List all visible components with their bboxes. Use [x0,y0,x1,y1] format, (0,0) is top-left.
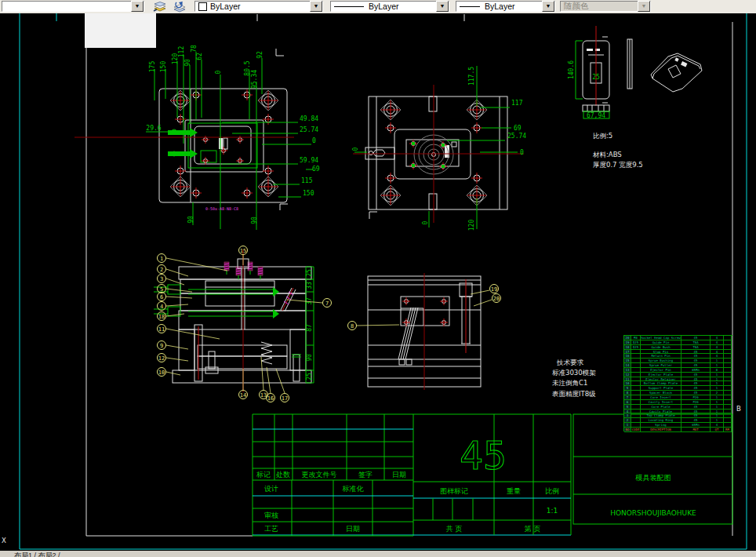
lineweight-dropdown[interactable]: ByLayer ▼ [456,1,555,12]
svg-text:技术要求: 技术要求 [556,359,584,366]
bom-table: 20M8Socket Head Cap Screw45419D25Guide P… [623,335,732,431]
stamp-header: 图样标记 [440,487,468,495]
material-mark: 45 [460,433,507,479]
balloon-15: 15 [239,246,248,255]
magenta-note: 0-50x-A8-N8-C8 [205,206,238,211]
chevron-down-icon[interactable]: ▼ [310,1,322,12]
section-view-a: 25 33 37 87 90 25 [154,249,322,393]
svg-text:1: 1 [160,256,163,262]
svg-text:18: 18 [158,314,165,320]
svg-text:表面精度IT8级: 表面精度IT8级 [552,390,596,398]
svg-text:9: 9 [160,343,163,349]
role-label: 设计 [264,485,278,493]
dim-label: 150 [160,61,167,73]
svg-text:6: 6 [160,294,163,300]
svg-text:19: 19 [491,286,497,293]
dim-label: 59.94 [300,157,318,164]
technical-notes: 技术要求 标准3030模架 未注倒角C1 表面精度IT8级 [552,359,596,398]
svg-text:15: 15 [240,248,246,254]
layer-states-button[interactable] [166,0,184,13]
dim-label: 67,94 [587,112,605,119]
rev-header: 日期 [392,471,406,479]
linetype-dropdown[interactable]: ByLayer ▼ [330,1,449,12]
svg-text:7: 7 [325,300,329,307]
balloon-10: 10 [158,368,166,377]
section-view-b [357,273,492,390]
drawing-title: 模具装配图 [635,474,671,482]
dim-label: 0 [352,147,359,151]
lineweight-value: ByLayer [485,2,515,11]
rev-header: 标记 [256,471,271,479]
layer-dropdown[interactable]: ▼ [2,1,144,12]
role-label: 标准化 [342,485,365,493]
dim-label: 25.74 [300,126,318,133]
dim-label: 92 [256,51,264,59]
dim-label: 49.84 [300,115,318,122]
dim-label: 95.34 [251,70,258,89]
role-label: 工艺 [264,525,278,533]
svg-text:5: 5 [160,286,163,293]
bom-cell: NO [624,428,631,432]
color-value: ByLayer [210,2,241,11]
svg-text:10: 10 [158,370,165,376]
balloon-5: 5 [158,285,166,293]
dim-label: 117 [511,100,523,107]
role-label: 审核 [264,511,278,519]
dim-label: 115 [301,177,313,184]
layer-properties-button[interactable] [147,0,165,13]
layout-tabs[interactable]: 布局1 / 布局2 / [14,551,60,557]
svg-text:8: 8 [351,323,354,329]
layers-arrow-icon [172,2,187,13]
bom-header-row: NOCODEDESCRIPTIONMATQTRM [624,428,732,432]
bom-cell: QT [711,428,724,432]
svg-text:4: 4 [160,304,163,310]
balloon-3: 3 [158,275,166,283]
svg-text:12: 12 [158,355,165,362]
dim-label: 0 [422,220,429,224]
balloon-9: 9 [158,341,166,350]
scale-value: 1:1 [547,507,558,515]
dim-label: 90 [187,216,194,224]
bom-cell: MAT [681,428,711,432]
ucs-x-label: X [2,537,6,544]
dim-label: 0 [520,149,524,156]
drawing-canvas[interactable]: 175 150 120 112 90 78 62 0 92 80.5 95.34… [0,13,756,551]
dim-label: 90 [251,217,258,224]
dim-label: 29.6 [146,125,161,132]
svg-text:2: 2 [160,267,163,273]
chevron-down-icon[interactable]: ▼ [131,1,144,12]
material-note: 材料:ABS [592,151,622,158]
rev-header: 签字 [358,471,373,479]
balloon-1: 1 [158,254,166,263]
chevron-down-icon[interactable]: ▼ [436,1,449,12]
lineweight-sample [460,6,480,7]
dim-label: 69 [514,125,522,132]
balloon-16: 16 [267,394,275,402]
part-views: 140.6 67,94 25 比例:5 材料:ABS 厚度0.7 宽度9.5 [568,26,702,169]
title-block: 标记 处数 更改文件号 签字 日期 设计 标准化 审核 工艺 日期 45 图样标… [253,414,732,536]
svg-text:标准3030模架: 标准3030模架 [552,369,596,377]
color-swatch [198,2,207,11]
bom-cell: CODE [631,428,641,432]
plotstyle-value: 随颜色 [564,1,589,12]
linetype-sample [334,6,364,7]
sheet-number: 第 页 [525,525,541,533]
svg-text:14: 14 [240,392,246,399]
chevron-down-icon[interactable]: ▼ [542,1,554,12]
balloon-11: 11 [158,325,166,333]
svg-text:17: 17 [282,395,288,402]
dim-label: 120 [468,220,475,231]
viewport-border [20,13,747,549]
balloon-2: 2 [158,265,166,274]
dim-label: 0 [215,70,222,74]
dim-label: 112 [178,46,185,58]
chevron-down-icon: ▼ [638,1,650,12]
svg-text:13: 13 [260,392,267,399]
color-dropdown[interactable]: ByLayer ▼ [194,1,323,12]
dim-label: 0 [312,137,316,144]
svg-text:20: 20 [493,296,500,302]
balloon-4: 4 [158,302,166,311]
linetype-value: ByLayer [369,2,399,11]
dim-label: 62 [196,53,203,60]
plotstyle-dropdown: 随颜色 ▼ [560,1,651,12]
